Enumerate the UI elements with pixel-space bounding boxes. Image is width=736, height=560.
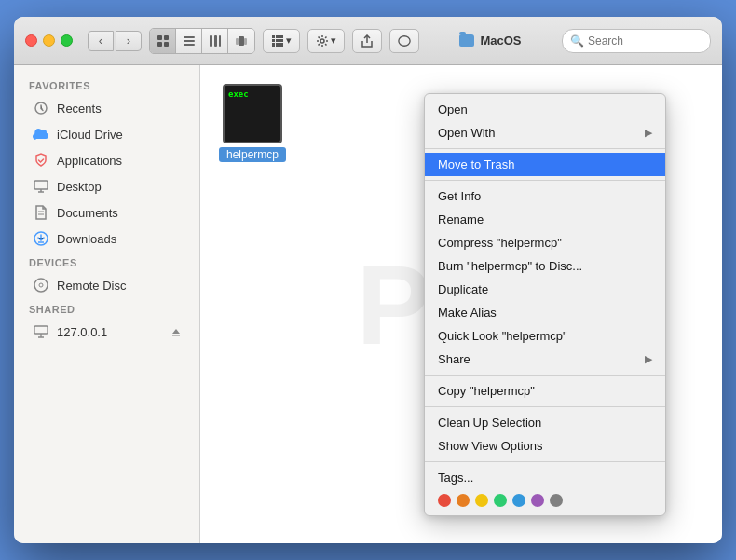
file-name-label: helpermcp <box>219 147 286 162</box>
close-button[interactable] <box>25 34 37 47</box>
ctx-make-alias-label: Make Alias <box>438 306 497 320</box>
finder-area: PTC exec helpermcp Open Open With ▶ <box>200 65 722 543</box>
downloads-label: Downloads <box>57 232 116 246</box>
ctx-separator-1 <box>425 148 665 149</box>
sidebar-item-downloads[interactable]: Downloads <box>18 225 196 252</box>
sidebar-item-applications[interactable]: Applications <box>18 147 196 173</box>
minimize-button[interactable] <box>43 34 55 47</box>
ctx-tags[interactable]: Tags... <box>425 466 665 489</box>
ctx-get-info-label: Get Info <box>438 189 481 203</box>
tag-red[interactable] <box>438 494 451 507</box>
shared-label: Shared <box>14 298 199 319</box>
column-view-button[interactable] <box>202 29 228 53</box>
ctx-burn-label: Burn "helpermcp" to Disc... <box>438 259 582 273</box>
devices-label: Devices <box>14 252 199 272</box>
ctx-duplicate[interactable]: Duplicate <box>425 278 665 301</box>
exec-label: exec <box>228 89 249 99</box>
ctx-move-to-trash-label: Move to Trash <box>438 157 514 171</box>
action-button[interactable]: ▾ <box>307 29 345 53</box>
list-view-button[interactable] <box>176 29 202 53</box>
svg-point-31 <box>39 283 43 287</box>
forward-button[interactable]: › <box>116 31 142 51</box>
share-button[interactable] <box>352 29 382 53</box>
ctx-get-info[interactable]: Get Info <box>425 184 665 208</box>
ctx-open-with[interactable]: Open With ▶ <box>425 121 665 144</box>
view-buttons <box>149 28 255 54</box>
forward-icon: › <box>127 34 130 48</box>
sidebar-item-documents[interactable]: Documents <box>18 199 196 225</box>
ctx-open-label: Open <box>438 102 468 116</box>
coverflow-view-button[interactable] <box>228 29 254 53</box>
nav-buttons: ‹ › <box>88 31 142 51</box>
search-input[interactable] <box>588 34 702 48</box>
svg-rect-3 <box>164 42 169 47</box>
favorites-label: Favorites <box>14 75 199 95</box>
documents-icon <box>33 204 49 221</box>
svg-rect-33 <box>172 335 180 336</box>
tag-green[interactable] <box>494 494 507 507</box>
ctx-quick-look[interactable]: Quick Look "helpermcp" <box>425 324 665 348</box>
sidebar-item-icloud[interactable]: iCloud Drive <box>18 121 196 147</box>
desktop-icon <box>33 178 49 195</box>
tag-purple[interactable] <box>531 494 544 507</box>
titlebar: ‹ › ▾ ▾ <box>14 17 722 65</box>
svg-rect-4 <box>184 36 195 38</box>
icloud-icon <box>33 126 49 143</box>
ctx-separator-3 <box>425 375 665 376</box>
disc-icon <box>33 277 49 294</box>
share-icon <box>361 34 374 48</box>
recents-label: Recents <box>57 102 102 116</box>
applications-label: Applications <box>57 154 122 168</box>
ctx-burn[interactable]: Burn "helpermcp" to Disc... <box>425 254 665 278</box>
svg-rect-14 <box>276 35 279 38</box>
ctx-show-view-options[interactable]: Show View Options <box>425 434 665 458</box>
ctx-make-alias[interactable]: Make Alias <box>425 301 665 324</box>
ctx-open[interactable]: Open <box>425 98 665 121</box>
file-item-helpermcp[interactable]: exec helpermcp <box>219 84 286 162</box>
sidebar-item-recents[interactable]: Recents <box>18 95 196 121</box>
main-content: Favorites Recents iCloud Drive Applicati… <box>14 65 722 543</box>
sidebar-item-remote-disc[interactable]: Remote Disc <box>18 272 196 298</box>
svg-point-22 <box>320 39 324 43</box>
svg-rect-17 <box>276 39 279 42</box>
window-title: MacOS <box>480 34 521 48</box>
ctx-tags-label: Tags... <box>438 471 473 485</box>
tag-gray[interactable] <box>550 494 563 507</box>
ctx-separator-4 <box>425 406 665 407</box>
search-box[interactable]: 🔍 <box>562 29 711 53</box>
context-menu: Open Open With ▶ Move to Trash Get Info … <box>424 93 666 516</box>
network-icon <box>33 323 49 340</box>
tag-orange[interactable] <box>457 494 470 507</box>
ctx-move-to-trash[interactable]: Move to Trash <box>425 153 665 176</box>
ctx-show-view-options-label: Show View Options <box>438 439 543 453</box>
desktop-label: Desktop <box>57 180 102 194</box>
svg-rect-13 <box>272 35 275 38</box>
tag-blue[interactable] <box>512 494 525 507</box>
coverflow-icon <box>235 34 248 48</box>
ctx-compress[interactable]: Compress "helpermcp" <box>425 231 665 254</box>
tag-yellow[interactable] <box>475 494 488 507</box>
sidebar-item-network[interactable]: 127.0.0.1 <box>18 319 196 345</box>
svg-rect-25 <box>34 181 48 189</box>
ctx-copy[interactable]: Copy "helpermcp" <box>425 379 665 403</box>
finder-window: ‹ › ▾ ▾ <box>14 17 722 543</box>
svg-rect-9 <box>219 35 221 47</box>
tags-color-section <box>425 489 665 512</box>
arrange-button[interactable]: ▾ <box>263 29 300 53</box>
svg-rect-32 <box>34 326 48 334</box>
ctx-duplicate-label: Duplicate <box>438 282 488 296</box>
icon-view-button[interactable] <box>150 29 176 53</box>
traffic-lights <box>25 34 73 47</box>
downloads-icon <box>33 230 49 247</box>
back-button[interactable]: ‹ <box>88 31 114 51</box>
ctx-copy-label: Copy "helpermcp" <box>438 384 535 398</box>
ctx-clean-up[interactable]: Clean Up Selection <box>425 411 665 434</box>
ctx-compress-label: Compress "helpermcp" <box>438 236 562 250</box>
maximize-button[interactable] <box>61 34 73 47</box>
tag-button[interactable] <box>389 29 419 53</box>
ctx-share[interactable]: Share ▶ <box>425 348 665 371</box>
recents-icon <box>33 100 49 116</box>
ctx-rename[interactable]: Rename <box>425 208 665 231</box>
sidebar-item-desktop[interactable]: Desktop <box>18 173 196 199</box>
svg-rect-1 <box>164 35 169 40</box>
